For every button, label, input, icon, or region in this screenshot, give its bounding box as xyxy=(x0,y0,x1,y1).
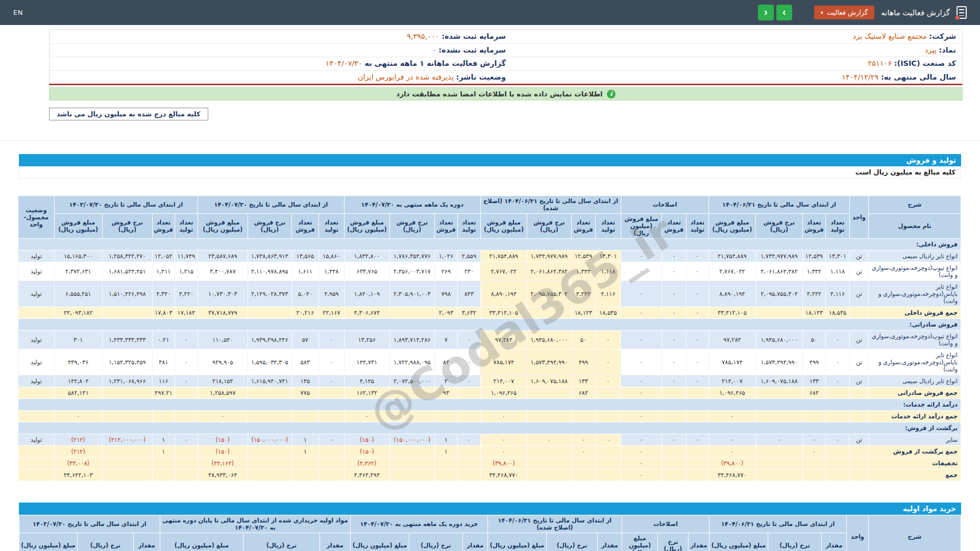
value-cell: ۱۱۶ xyxy=(152,375,175,387)
column-group-header: از ابتدای سال مالی تا تاریخ ۱۴۰۳/۰۷/۳۰ xyxy=(19,515,160,533)
value-cell: تولید xyxy=(18,251,54,262)
value-cell: ۲,۵۵۹ xyxy=(457,251,480,262)
value-cell: ۰ xyxy=(708,434,755,446)
value-cell xyxy=(434,469,457,481)
value-cell xyxy=(248,411,291,422)
value-cell: ۲۱۴,۰۰۷ xyxy=(480,375,527,387)
value-cell: ۰ xyxy=(621,434,662,446)
value-cell xyxy=(291,469,318,481)
value-cell xyxy=(826,446,850,458)
value-cell xyxy=(662,469,686,481)
value-cell: ۵۰ xyxy=(803,331,826,349)
value-cell: ۸۴۳ xyxy=(457,281,480,307)
value-cell xyxy=(175,446,198,458)
value-cell: ۱,۷۳۴,۹۷۷,۹۸۹ xyxy=(527,251,571,262)
value-cell: ۹۳ xyxy=(434,387,457,399)
value-cell: ۱ xyxy=(434,434,457,446)
prev-report-button[interactable]: ‹ xyxy=(758,5,774,20)
column-group-header: واحد xyxy=(850,196,869,239)
value-cell: ۴,۹۵۹ xyxy=(318,281,344,307)
value-cell xyxy=(527,458,571,469)
value-cell xyxy=(803,458,826,469)
value-cell: ۰ xyxy=(662,375,686,387)
column-header: نرخ فروش (ریال) xyxy=(527,214,571,239)
value-cell xyxy=(175,411,198,422)
report-icon-badge xyxy=(955,15,960,20)
value-cell: ۲ xyxy=(434,375,457,387)
value-cell: (۱۵۰) xyxy=(198,446,248,458)
column-header: نرخ فروش (ریال) xyxy=(248,214,291,239)
value-cell: ۴,۲۲۰ xyxy=(175,281,198,307)
value-cell: (۴۴,۱۶۲) xyxy=(198,458,248,469)
value-cell: تن xyxy=(850,375,869,387)
value-cell: ۱۳,۳۰۱ xyxy=(595,251,621,262)
value-cell: ۱۲,۰۵۲ xyxy=(152,251,175,262)
column-header: مبلغ (میلیون ریال) xyxy=(160,533,243,551)
value-cell: ۱,۵۹۵,۰۳۴,۳۰۵ xyxy=(248,349,291,375)
value-cell xyxy=(248,469,291,481)
value-cell xyxy=(102,387,152,399)
column-header: تعداد تولید xyxy=(595,214,621,239)
value-cell: ۰ xyxy=(318,331,344,349)
column-group-header: از ابتدای سال مالی تا تاریخ ۱۴۰۴/۰۷/۳۰ xyxy=(198,196,344,214)
value-cell: ۰ xyxy=(662,281,686,307)
value-cell: ۴,۱۱۶ xyxy=(826,281,850,307)
value-cell: ۲۱۸,۱۵۲ xyxy=(198,375,248,387)
value-cell: (۳۹,۸۰۰) xyxy=(480,458,527,469)
value-cell: ۸,۸۹۰,۱۹۴ xyxy=(708,281,755,307)
value-cell: ۲۱,۷۵۴,۸۸۹ xyxy=(480,251,527,262)
value-cell xyxy=(389,387,434,399)
column-header: مقدار xyxy=(597,533,622,551)
value-cell: ۳,۴۰۰,۷۸۷ xyxy=(198,262,248,281)
value-cell xyxy=(571,469,595,481)
value-cell xyxy=(248,458,291,469)
table-row: انواع تیوپ(دوچرخه،موتوری،سواری و وانت)تن… xyxy=(18,262,961,281)
table-row: جمع فروش صادراتی۶۸۲۱,۰۹۶,۴۶۵۰۶۸۲۱,۰۹۶,۴۶… xyxy=(18,387,961,399)
value-cell: ۱,۹۳۹,۲۹۸,۲۴۶ xyxy=(248,331,291,349)
value-cell: ۰ xyxy=(595,375,621,387)
column-header: تعداد فروش xyxy=(291,214,318,239)
value-cell xyxy=(152,411,175,422)
value-cell xyxy=(826,469,850,481)
value-cell: ۵۷ xyxy=(291,331,318,349)
value-cell: (۱۵۰,۰۰۰,۰۰۰) xyxy=(389,434,434,446)
report-type-dropdown[interactable]: گزارش فعالیت ▾ xyxy=(814,6,874,19)
value-cell: ۰ xyxy=(621,469,662,481)
value-cell: ۷۸۵,۱۷۴ xyxy=(480,349,527,375)
next-report-button[interactable]: › xyxy=(776,5,792,20)
row-label-cell: انواع تیوپ(دوچرخه،موتوری،سواری و وانت) xyxy=(869,331,961,349)
value-cell xyxy=(175,387,198,399)
value-cell: ۳۸۱ xyxy=(152,349,175,375)
value-cell: ۰ xyxy=(686,331,708,349)
value-cell: تولید xyxy=(18,434,54,446)
value-cell xyxy=(457,458,480,469)
value-cell xyxy=(318,469,344,481)
value-cell: ۰ xyxy=(318,375,344,387)
section-row: فروش داخلی: xyxy=(18,239,961,251)
value-cell: ۴,۲۴۲ xyxy=(571,281,595,307)
value-cell xyxy=(595,469,621,481)
value-cell xyxy=(102,469,152,481)
value-cell: (۳۳,۰۰۸) xyxy=(54,458,102,469)
value-cell: ۰ xyxy=(708,411,755,422)
value-cell xyxy=(527,469,571,481)
language-toggle[interactable]: EN xyxy=(13,9,23,16)
value-cell: ۱,۷۳۴,۹۷۷,۹۸۹ xyxy=(756,251,803,262)
report-pager: › ‹ xyxy=(758,5,792,20)
value-cell: تن xyxy=(850,281,869,307)
column-header: مبلغ فروش (میلیون ریال) xyxy=(480,214,527,239)
value-cell: ۳,۶۳۲ xyxy=(457,307,480,319)
value-cell: ۱,۶۰۹,۰۷۵,۱۸۸ xyxy=(756,375,803,387)
value-cell xyxy=(826,387,850,399)
value-cell: ۰ xyxy=(595,331,621,349)
section-row: درآمد ارائه خدمات: xyxy=(18,399,961,411)
column-header: مقدار xyxy=(133,533,160,551)
value-cell: ۴۹۹ xyxy=(803,349,826,375)
row-label-cell: جمع فروش صادراتی xyxy=(869,387,961,399)
value-cell: ۱,۹۴۵,۶۸۰,۰۰۰ xyxy=(527,331,571,349)
column-group-header: اصلاحات xyxy=(621,196,708,214)
value-cell: ۱ xyxy=(291,446,318,458)
column-header: نام محصول xyxy=(869,214,961,239)
amounts-note-row: کلیه مبالغ درج شده به میلیون ریال می باش… xyxy=(49,108,963,120)
value-cell: ۱,۳۴۲ xyxy=(571,262,595,281)
